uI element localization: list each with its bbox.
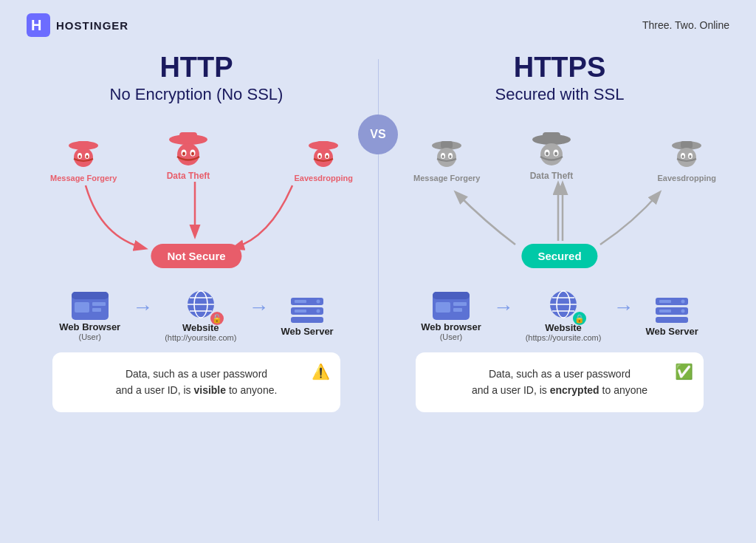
server-icon [287, 295, 327, 326]
svg-rect-73 [656, 317, 688, 323]
http-arrow-2: → [248, 296, 269, 319]
svg-point-21 [319, 155, 321, 158]
svg-rect-3 [78, 141, 89, 148]
not-secure-badge: Not Secure [151, 244, 241, 268]
svg-point-60 [690, 155, 692, 158]
svg-point-18 [314, 148, 333, 167]
svg-rect-64 [453, 302, 467, 306]
svg-rect-48 [543, 132, 560, 143]
svg-point-46 [450, 155, 452, 158]
svg-point-49 [540, 143, 563, 165]
svg-point-8 [86, 155, 89, 158]
https-hacker-right: Eavesdropping [658, 134, 716, 182]
svg-point-11 [177, 143, 199, 165]
warning-icon: ⚠️ [312, 360, 330, 383]
https-infra-row: Web browser (User) → 🔒 [421, 289, 698, 342]
svg-rect-62 [433, 292, 470, 299]
https-threats-area: Message Forgery Data Theft [385, 126, 734, 289]
svg-rect-27 [92, 308, 101, 312]
http-info-box: ⚠️ Data, such as a user password and a u… [52, 352, 340, 412]
hacker-face-icon-gray-left [427, 134, 466, 172]
http-threats-area: Message Forgery [22, 126, 371, 289]
svg-point-52 [546, 152, 549, 156]
http-threat-label-center: Data Theft [167, 171, 210, 181]
http-arrow-1: → [132, 296, 153, 319]
svg-rect-35 [291, 317, 323, 323]
svg-point-7 [79, 155, 81, 158]
logo: H HOSTINGER [27, 13, 128, 37]
svg-point-53 [554, 152, 557, 156]
svg-rect-65 [453, 308, 462, 312]
hostinger-logo-icon: H [27, 13, 50, 37]
http-panel: HTTP No Encryption (No SSL) [22, 44, 378, 502]
svg-rect-63 [436, 302, 450, 313]
https-hacker-center: Data Theft [529, 126, 574, 181]
svg-rect-55 [681, 141, 693, 148]
svg-point-14 [182, 152, 185, 156]
https-subtitle: Secured with SSL [495, 85, 625, 104]
https-threat-label-center: Data Theft [530, 171, 574, 181]
svg-point-75 [681, 309, 685, 313]
svg-rect-10 [179, 132, 197, 143]
secured-badge: Secured [521, 244, 597, 268]
svg-point-74 [681, 299, 685, 303]
svg-point-59 [682, 155, 684, 158]
https-threat-label-right: Eavesdropping [658, 174, 716, 182]
https-panel: HTTPS Secured with SSL [378, 44, 734, 502]
svg-point-45 [442, 155, 444, 158]
https-website: 🔒 Website (https://yoursite.com) [526, 289, 602, 342]
http-server: Web Server [281, 295, 333, 337]
http-threat-label-left: Message Forgery [50, 174, 117, 182]
svg-text:H: H [31, 17, 41, 33]
https-browser: Web browser (User) [421, 290, 481, 341]
https-server-icon [652, 295, 692, 326]
https-title: HTTPS [514, 52, 606, 83]
http-website: 🔓 Website (http://yoursite.com) [165, 289, 236, 342]
http-hacker-right: Eavesdropping [295, 134, 353, 182]
header: H HOSTINGER Three. Two. Online [0, 0, 756, 44]
hacker-face-icon-center [166, 126, 210, 171]
svg-rect-41 [441, 141, 453, 148]
https-arrow-2: → [613, 296, 633, 319]
svg-point-22 [326, 155, 329, 158]
https-hacker-left: Message Forgery [413, 134, 480, 182]
http-threat-label-right: Eavesdropping [295, 174, 353, 182]
svg-point-56 [677, 148, 696, 167]
hacker-face-icon-left [64, 134, 103, 172]
svg-rect-77 [659, 310, 671, 313]
hacker-face-icon-gray-right [667, 134, 706, 172]
svg-point-4 [74, 148, 93, 167]
svg-point-15 [191, 152, 194, 156]
tagline: Three. Two. Online [642, 19, 729, 31]
http-hacker-center: Data Theft [166, 126, 210, 181]
svg-rect-25 [75, 302, 89, 313]
svg-rect-38 [295, 300, 306, 303]
svg-rect-24 [72, 292, 109, 299]
http-browser: Web Browser (User) [59, 290, 120, 341]
svg-point-37 [317, 309, 320, 313]
logo-text: HOSTINGER [56, 19, 128, 32]
svg-rect-39 [295, 310, 306, 313]
http-subtitle: No Encryption (No SSL) [110, 85, 284, 104]
browser-icon [70, 290, 110, 321]
https-threat-label-left: Message Forgery [413, 174, 480, 182]
hacker-face-icon-right [304, 134, 343, 172]
svg-point-42 [437, 148, 456, 167]
svg-rect-76 [659, 300, 671, 303]
http-infra-row: Web Browser (User) → 🔓 [59, 289, 333, 342]
check-icon: ✅ [675, 360, 693, 383]
http-title: HTTP [159, 52, 233, 83]
https-arrow-1: → [493, 296, 514, 319]
http-hacker-left: Message Forgery [50, 134, 117, 182]
https-info-box: ✅ Data, such as a user password and a us… [416, 352, 704, 412]
svg-rect-17 [317, 141, 329, 148]
hacker-face-icon-gray-center [529, 126, 574, 171]
https-browser-icon [431, 290, 471, 321]
vs-badge: VS [358, 115, 398, 154]
svg-rect-26 [92, 302, 106, 306]
svg-point-36 [317, 299, 320, 303]
https-server: Web Server [645, 295, 698, 337]
